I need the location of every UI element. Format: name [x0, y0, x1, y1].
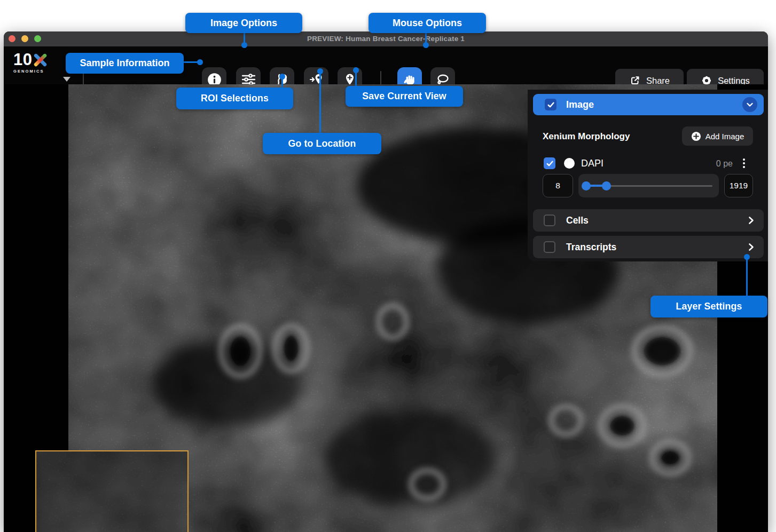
callout-dot: [241, 42, 247, 48]
callout-connector: [319, 72, 321, 133]
dapi-intensity-slider[interactable]: [578, 174, 719, 197]
cells-layer-checkbox[interactable]: [544, 215, 555, 226]
collapse-image-layer-button[interactable]: [742, 97, 757, 112]
logo-x-mark: [33, 52, 48, 67]
callout-connector: [355, 70, 357, 86]
image-layer-label: Image: [566, 99, 733, 110]
sample-menu-chevron-icon[interactable]: [63, 77, 70, 82]
logo-10-text: 10: [13, 51, 32, 68]
chevron-down-icon: [745, 100, 755, 109]
callout-dot: [279, 74, 285, 80]
callout-dot: [744, 254, 750, 260]
callout-save-current-view: Save Current View: [346, 86, 463, 107]
check-icon: [545, 159, 554, 168]
dapi-overflow-menu-icon[interactable]: [740, 157, 748, 169]
dapi-max-input[interactable]: 1919: [724, 174, 753, 197]
callout-go-to-location: Go to Location: [263, 133, 381, 154]
callout-image-options: Image Options: [185, 13, 302, 33]
morphology-section-label: Xenium Morphology: [543, 131, 630, 142]
dapi-min-input[interactable]: 8: [543, 174, 573, 197]
callout-roi-selections: ROI Selections: [176, 88, 293, 109]
callout-dot: [423, 42, 429, 48]
callout-dot: [317, 68, 323, 74]
slider-handle-high[interactable]: [602, 181, 611, 190]
callout-dot: [197, 59, 203, 65]
image-layer-header[interactable]: Image: [533, 94, 764, 115]
cells-layer-label: Cells: [566, 215, 735, 226]
layers-panel: Image Xenium Morphology Add Image DAPI 0…: [528, 90, 768, 261]
10x-genomics-logo: 10 GENOMICS: [13, 51, 52, 74]
dapi-color-swatch[interactable]: [564, 158, 575, 169]
callout-mouse-options: Mouse Options: [369, 13, 486, 33]
minimap-overview[interactable]: [35, 450, 189, 532]
chevron-right-icon: [746, 242, 756, 252]
minimap-image: [36, 451, 187, 532]
slider-handle-low[interactable]: [582, 181, 591, 190]
add-image-button[interactable]: Add Image: [682, 126, 753, 146]
window-title: PREVIEW: Human Breast Cancer-Replicate 1: [4, 35, 768, 43]
transcripts-layer-checkbox[interactable]: [544, 241, 555, 253]
plus-circle-icon: [691, 131, 701, 141]
dapi-channel-label: DAPI: [581, 158, 603, 169]
chevron-right-icon: [746, 215, 756, 226]
callout-sample-information: Sample Information: [66, 53, 184, 74]
cells-layer-row[interactable]: Cells: [533, 209, 764, 232]
callout-connector: [746, 258, 748, 296]
callout-connector: [184, 61, 198, 63]
dapi-channel-meta: 0 pe: [716, 159, 733, 169]
transcripts-layer-row[interactable]: Transcripts: [533, 236, 764, 258]
transcripts-layer-label: Transcripts: [566, 242, 735, 253]
logo-genomics-text: GENOMICS: [13, 69, 52, 74]
image-layer-checkbox[interactable]: [545, 99, 556, 110]
add-image-label: Add Image: [706, 132, 744, 141]
window-titlebar: PREVIEW: Human Breast Cancer-Replicate 1: [4, 31, 768, 46]
callout-layer-settings: Layer Settings: [650, 296, 767, 317]
check-icon: [546, 100, 555, 109]
callout-dot: [353, 67, 359, 73]
dapi-channel-checkbox[interactable]: [544, 157, 555, 169]
